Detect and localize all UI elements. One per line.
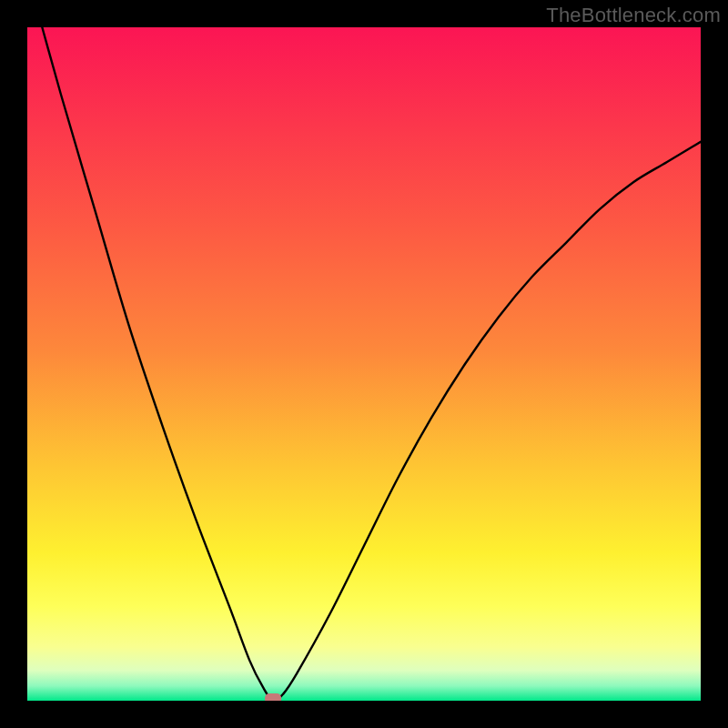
watermark-text: TheBottleneck.com [546, 4, 721, 27]
chart-frame: TheBottleneck.com [0, 0, 728, 728]
plot-area [27, 27, 701, 701]
optimal-point-marker [265, 693, 281, 701]
bottleneck-chart [27, 27, 701, 701]
gradient-background [27, 27, 701, 701]
